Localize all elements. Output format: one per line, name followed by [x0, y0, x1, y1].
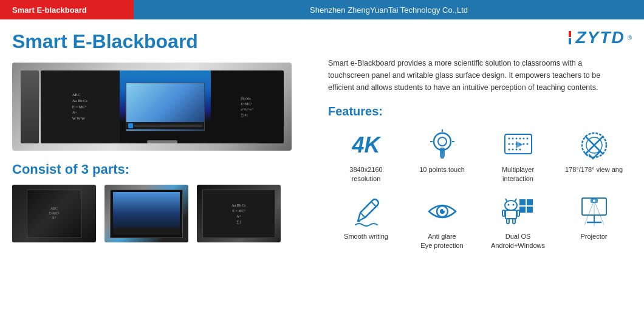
svg-rect-38	[517, 210, 519, 216]
feature-4k-icon: 4K	[348, 128, 385, 162]
writing-icon	[348, 195, 385, 228]
svg-point-31	[505, 200, 517, 210]
svg-point-32	[507, 204, 509, 206]
svg-marker-23	[516, 141, 523, 148]
svg-rect-36	[505, 210, 516, 219]
dualos-icon	[500, 195, 536, 228]
svg-line-50	[594, 200, 604, 225]
touch-icon-svg	[426, 129, 458, 161]
eyeprotect-icon-svg	[426, 196, 458, 227]
consist-title: Consist of 3 parts:	[12, 162, 310, 177]
svg-point-11	[522, 137, 524, 139]
feature-viewangle-label: 178°/178° view ang	[565, 165, 623, 174]
viewangle-icon	[576, 128, 612, 162]
projector-icon-svg	[578, 196, 610, 227]
svg-rect-42	[527, 199, 533, 205]
svg-point-9	[515, 137, 517, 139]
feature-writing-label: Smooth writing	[344, 232, 388, 241]
svg-point-52	[593, 200, 595, 202]
header-company-label: Shenzhen ZhengYuanTai Technology Co.,Ltd	[310, 5, 468, 15]
parts-row: ABCE=MC²A+ Aa Bb CcE = MC²A+∑ ∫	[12, 185, 310, 242]
svg-rect-41	[519, 199, 526, 205]
projector-icon	[576, 195, 612, 228]
feature-dualos: Dual OSAndroid+Windows	[480, 195, 556, 251]
svg-point-1	[438, 137, 447, 146]
svg-line-34	[505, 199, 507, 202]
eyeprotect-icon	[424, 195, 461, 228]
svg-point-22	[519, 148, 521, 150]
svg-rect-44	[527, 207, 533, 213]
svg-point-10	[519, 137, 521, 139]
feature-eyeprotect-label: Anti glareEye protection	[420, 232, 463, 251]
svg-line-48	[584, 200, 594, 225]
feature-viewangle: 178°/178° view ang	[556, 128, 632, 184]
feature-eyeprotect: Anti glareEye protection	[404, 195, 480, 251]
logo-reg: ®	[628, 35, 632, 41]
feature-projector: Projector	[556, 195, 632, 251]
svg-line-35	[515, 199, 516, 202]
svg-point-8	[512, 137, 513, 139]
part-1-image: ABCE=MC²A+	[12, 185, 96, 242]
svg-rect-43	[519, 207, 526, 213]
svg-point-14	[512, 143, 513, 145]
writing-icon-svg	[351, 196, 382, 227]
svg-point-30	[443, 208, 445, 211]
multiplayer-icon	[500, 128, 536, 162]
touch-icon	[424, 128, 461, 162]
feature-projector-label: Projector	[580, 232, 607, 241]
dualos-icon-svg	[500, 196, 536, 227]
feature-touch: 10 points touch	[404, 128, 480, 184]
header: Smart E-blackboard Shenzhen ZhengYuanTai…	[0, 0, 644, 19]
svg-point-19	[508, 148, 510, 150]
product-image-main: ABCAa Bb CcE = MC²A+W W W	[12, 63, 292, 151]
svg-point-0	[434, 133, 451, 150]
right-panel: ZYTD ® Smart e-Blackboard provides a mor…	[322, 19, 644, 322]
header-brand-label: Smart E-blackboard	[12, 5, 87, 15]
svg-point-12	[526, 137, 528, 139]
header-company: Shenzhen ZhengYuanTai Technology Co.,Ltd	[134, 0, 644, 19]
viewangle-icon-svg	[578, 129, 610, 161]
logo: ZYTD ®	[569, 28, 632, 47]
header-brand: Smart E-blackboard	[0, 0, 134, 19]
feature-4k-label: 3840x2160resolution	[349, 165, 382, 184]
svg-rect-40	[513, 219, 515, 224]
svg-point-13	[508, 143, 510, 145]
feature-dualos-label: Dual OSAndroid+Windows	[491, 232, 545, 251]
svg-point-21	[515, 148, 517, 150]
feature-touch-label: 10 points touch	[419, 165, 465, 174]
svg-point-18	[526, 143, 528, 145]
svg-rect-39	[507, 219, 509, 224]
features-title: Features:	[328, 104, 632, 118]
multiplayer-icon-svg	[502, 129, 534, 161]
product-description: Smart e-Blackboard provides a more scien…	[328, 57, 608, 94]
svg-point-7	[508, 137, 510, 139]
svg-rect-37	[502, 210, 505, 216]
logo-text: ZYTD	[576, 28, 625, 47]
part-2-image	[104, 185, 188, 242]
svg-point-20	[512, 148, 513, 150]
features-grid: 4K 3840x2160resolution	[328, 128, 632, 251]
main-content: Smart E-Blackboard ABCAa Bb CcE = MC²A+W…	[0, 19, 644, 322]
feature-multiplayer: Multiplayerinteraction	[480, 128, 556, 184]
left-panel: Smart E-Blackboard ABCAa Bb CcE = MC²A+W…	[0, 19, 322, 322]
svg-point-33	[512, 204, 514, 206]
feature-4k: 4K 3840x2160resolution	[328, 128, 404, 184]
svg-point-17	[522, 143, 524, 145]
feature-multiplayer-label: Multiplayerinteraction	[502, 165, 534, 184]
feature-writing: Smooth writing	[328, 195, 404, 251]
part-3-image: Aa Bb CcE = MC²A+∑ ∫	[197, 185, 281, 242]
page-title: Smart E-Blackboard	[12, 30, 310, 53]
